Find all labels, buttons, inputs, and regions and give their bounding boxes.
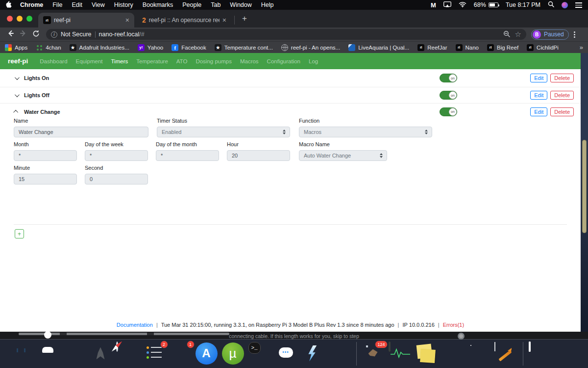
profile-chip[interactable]: B Paused <box>531 29 569 40</box>
edit-button[interactable]: Edit <box>530 107 547 116</box>
menu-bookmarks[interactable]: Bookmarks <box>143 1 173 8</box>
dock-activity-monitor[interactable] <box>389 342 412 366</box>
timer-name[interactable]: Lights Off <box>24 92 49 98</box>
edit-button[interactable]: Edit <box>530 74 547 82</box>
day-of-week-input[interactable] <box>85 150 148 161</box>
timer-status-select[interactable]: Enabled <box>157 127 290 137</box>
menu-people[interactable]: People <box>182 1 201 8</box>
back-button[interactable] <box>4 30 17 39</box>
nav-ato[interactable]: ATO <box>176 58 188 64</box>
documentation-link[interactable]: Documentation <box>117 322 153 328</box>
bookmark-cichlidpi[interactable]: rlCichlidPi <box>527 44 559 51</box>
menu-tab[interactable]: Tab <box>211 1 220 8</box>
second-input[interactable] <box>85 174 148 184</box>
scrollbar-thumb[interactable] <box>582 140 587 233</box>
dock-reminders[interactable]: 2 <box>143 342 166 366</box>
errors-link[interactable]: Errors(1) <box>443 322 464 328</box>
nav-equipment[interactable]: Equipment <box>76 58 103 64</box>
siri-icon[interactable] <box>562 2 568 8</box>
dock-utorrent[interactable]: µ <box>222 342 245 366</box>
bookmark-liveaquaria[interactable]: LiveAquaria | Qual... <box>348 44 409 51</box>
dock-zap-app[interactable] <box>301 342 324 366</box>
display-mirroring-icon[interactable] <box>443 1 451 9</box>
bookmarks-overflow-chevron[interactable]: » <box>580 44 583 51</box>
new-tab-button[interactable]: + <box>239 14 250 24</box>
bookmark-reef-pi[interactable]: reef-pi - An opens... <box>281 44 340 51</box>
chrome-menu-icon[interactable] <box>574 31 575 38</box>
wifi-icon[interactable] <box>459 1 466 9</box>
nav-temperature[interactable]: Temperature <box>136 58 168 64</box>
close-window-button[interactable] <box>7 16 13 22</box>
bookmark-4chan[interactable]: 4chan <box>36 44 61 51</box>
dock-mail[interactable]: 124 <box>362 342 385 366</box>
dock-trash[interactable] <box>555 342 578 366</box>
nav-dashboard[interactable]: Dashboard <box>40 58 67 64</box>
nav-dosing-pumps[interactable]: Dosing pumps <box>196 58 232 64</box>
notification-list-icon[interactable] <box>575 2 582 8</box>
dock-camera-app[interactable] <box>328 342 351 366</box>
malwarebytes-icon[interactable]: M <box>431 1 436 9</box>
menu-help[interactable]: Help <box>261 1 274 8</box>
name-input[interactable] <box>14 127 148 137</box>
bookmark-reefjar[interactable]: rlReefJar <box>417 44 447 51</box>
dock-chrome[interactable] <box>441 342 465 366</box>
brand-reef-pi[interactable]: reef-pi <box>8 57 28 65</box>
zoom-page-icon[interactable] <box>503 30 510 39</box>
bookmark-adafruit[interactable]: ★Adafruit Industries... <box>70 44 129 51</box>
dock-terminal[interactable]: >_ <box>248 342 271 366</box>
menu-edit[interactable]: Edit <box>72 1 82 8</box>
timer-name[interactable]: Water Change <box>24 109 60 115</box>
chevron-down-icon[interactable] <box>15 75 20 80</box>
tab-close-icon[interactable]: × <box>125 16 129 24</box>
apple-icon[interactable] <box>6 1 12 9</box>
tab-close-icon[interactable]: × <box>222 16 226 24</box>
dock-safari[interactable] <box>116 342 139 366</box>
dock-downloads[interactable] <box>529 342 552 366</box>
battery-indicator[interactable]: 68% <box>474 1 498 8</box>
forward-button[interactable] <box>17 30 29 39</box>
delete-button[interactable]: Delete <box>550 91 574 100</box>
nav-configuration[interactable]: Configuration <box>267 58 300 64</box>
nav-macros[interactable]: Macros <box>240 58 259 64</box>
bookmark-star-icon[interactable]: ☆ <box>515 30 521 39</box>
bookmark-temperature[interactable]: ★Temperature cont... <box>215 44 273 51</box>
nav-log[interactable]: Log <box>309 58 318 64</box>
timer-name[interactable]: Lights On <box>24 75 49 81</box>
dock-siri[interactable] <box>63 342 86 366</box>
delete-button[interactable]: Delete <box>550 107 574 116</box>
site-info-icon[interactable]: i <box>51 31 57 38</box>
dock-macports[interactable] <box>37 342 60 366</box>
minimize-window-button[interactable] <box>17 16 23 22</box>
timer-toggle[interactable]: on <box>440 107 457 116</box>
menu-window[interactable]: Window <box>230 1 251 8</box>
bookmark-big-reef[interactable]: rlBig Reef <box>487 44 518 51</box>
dock-finder[interactable] <box>10 342 33 366</box>
delete-button[interactable]: Delete <box>550 74 574 82</box>
menu-view[interactable]: View <box>92 1 105 8</box>
menu-chrome[interactable]: Chrome <box>20 1 43 8</box>
timer-toggle[interactable]: on <box>440 74 457 82</box>
function-select[interactable]: Macros <box>299 127 432 137</box>
zoom-window-button[interactable] <box>26 16 32 22</box>
menu-history[interactable]: History <box>114 1 133 8</box>
menu-file[interactable]: File <box>52 1 62 8</box>
security-label[interactable]: Not Secure <box>61 31 92 38</box>
bookmark-apps[interactable]: Apps <box>5 44 27 51</box>
chevron-up-icon[interactable] <box>13 110 18 115</box>
bookmark-yahoo[interactable]: y!Yahoo <box>138 44 163 51</box>
nav-timers[interactable]: Timers <box>111 58 128 64</box>
macro-name-select[interactable]: Auto Water Change <box>299 150 387 161</box>
bookmark-facebook[interactable]: fFacebook <box>172 44 206 51</box>
timer-toggle[interactable]: on <box>440 91 457 100</box>
dock-stickies[interactable] <box>415 342 438 366</box>
reload-button[interactable] <box>29 30 42 39</box>
hour-input[interactable] <box>227 150 290 161</box>
dock-messages[interactable]: ••• <box>275 342 298 366</box>
edit-button[interactable]: Edit <box>530 91 547 100</box>
dock-pages[interactable] <box>494 342 517 366</box>
dock-preview[interactable] <box>468 342 491 366</box>
url-text[interactable]: nano-reef.local/# <box>99 31 145 38</box>
address-bar[interactable]: i Not Secure nano-reef.local/# ☆ <box>46 29 526 40</box>
dock-app-store[interactable]: A <box>196 342 219 366</box>
minute-input[interactable] <box>14 174 77 184</box>
